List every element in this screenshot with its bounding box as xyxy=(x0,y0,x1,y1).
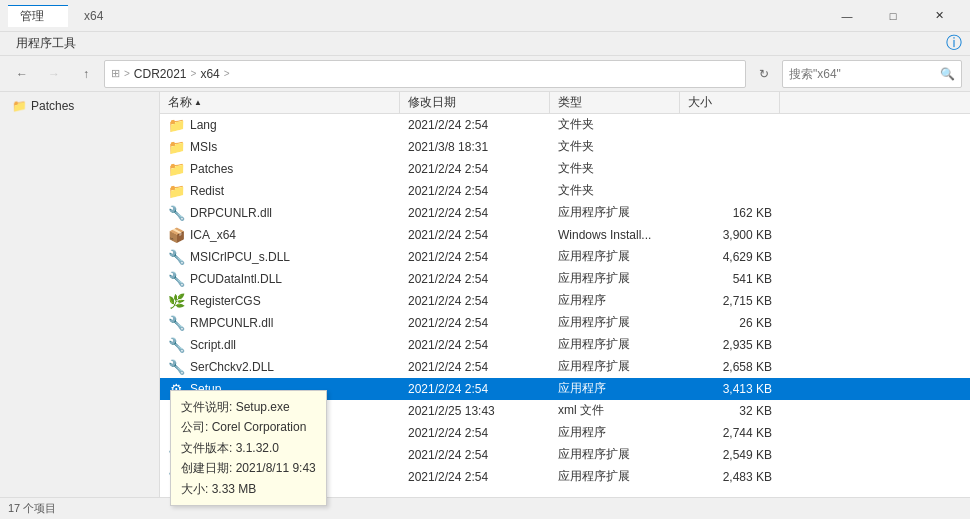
table-row[interactable]: 📦 ICA_x64 2021/2/24 2:54 Windows Install… xyxy=(160,224,970,246)
search-input[interactable] xyxy=(789,67,940,81)
table-row[interactable]: 🔧 MSICrlPCU_s.DLL 2021/2/24 2:54 应用程序扩展 … xyxy=(160,246,970,268)
back-button[interactable]: ← xyxy=(8,60,36,88)
folder-icon: 📁 xyxy=(168,161,184,177)
file-type-cell: 文件夹 xyxy=(550,114,680,135)
column-headers: 名称 ▲ 修改日期 类型 大小 xyxy=(160,92,970,114)
file-size-cell: 2,744 KB xyxy=(680,422,780,443)
file-size-cell: 26 KB xyxy=(680,312,780,333)
file-size-cell: 2,715 KB xyxy=(680,290,780,311)
sidebar-item-patches[interactable]: 📁 Patches xyxy=(0,96,159,116)
up-button[interactable]: ↑ xyxy=(72,60,100,88)
file-size-cell xyxy=(680,136,780,157)
table-row[interactable]: 🔧 SerChckv2.DLL 2021/2/24 2:54 应用程序扩展 2,… xyxy=(160,356,970,378)
exe-icon: ⚙ xyxy=(168,381,184,397)
table-row[interactable]: ⚙ SetupARP 2021/2/24 2:54 应用程序 2,744 KB xyxy=(160,422,970,444)
breadcrumb-cdr2021[interactable]: CDR2021 xyxy=(134,67,187,81)
file-size-cell: 541 KB xyxy=(680,268,780,289)
col-header-date[interactable]: 修改日期 xyxy=(400,92,550,113)
cgs-icon: 🌿 xyxy=(168,293,184,309)
table-row[interactable]: 🔧 SetupXML.dll 2021/2/24 2:54 应用程序扩展 2,5… xyxy=(160,444,970,466)
file-name-cell: 🌿 RegisterCGS xyxy=(160,290,400,311)
search-bar[interactable]: 🔍 xyxy=(782,60,962,88)
file-type-cell: xml 文件 xyxy=(550,400,680,421)
main-area: 📁 Patches 名称 ▲ 修改日期 类型 大小 📁 Lang 2021/2/… xyxy=(0,92,970,497)
file-date-cell: 2021/2/24 2:54 xyxy=(400,246,550,267)
dll-icon: 🔧 xyxy=(168,249,184,265)
file-name-cell: 📁 Patches xyxy=(160,158,400,179)
folder-icon: 📁 xyxy=(168,183,184,199)
xml-icon: 📄 xyxy=(168,403,184,419)
table-row[interactable]: 🔧 tBar7.dll 2021/2/24 2:54 应用程序扩展 2,483 … xyxy=(160,466,970,488)
file-name-cell: 🔧 SerChckv2.DLL xyxy=(160,356,400,377)
file-type-cell: 应用程序扩展 xyxy=(550,466,680,487)
file-name-cell: 🔧 RMPCUNLR.dll xyxy=(160,312,400,333)
maximize-button[interactable]: □ xyxy=(870,0,916,32)
file-type-cell: 应用程序扩展 xyxy=(550,246,680,267)
title-tab-manage[interactable]: 管理 xyxy=(8,5,68,27)
dll-icon: 🔧 xyxy=(168,205,184,221)
file-size-cell xyxy=(680,158,780,179)
table-row[interactable]: 📁 Redist 2021/2/24 2:54 文件夹 xyxy=(160,180,970,202)
file-type-cell: 文件夹 xyxy=(550,136,680,157)
folder-icon: 📁 xyxy=(168,117,184,133)
col-header-size[interactable]: 大小 xyxy=(680,92,780,113)
table-row[interactable]: 📁 MSIs 2021/3/8 18:31 文件夹 xyxy=(160,136,970,158)
col-header-type[interactable]: 类型 xyxy=(550,92,680,113)
file-type-cell: 应用程序扩展 xyxy=(550,444,680,465)
address-bar: ← → ↑ ⊞ > CDR2021 > x64 > ↻ 🔍 xyxy=(0,56,970,92)
menu-tools[interactable]: 用程序工具 xyxy=(8,33,84,54)
file-name-cell: 🔧 PCUDataIntl.DLL xyxy=(160,268,400,289)
search-icon[interactable]: 🔍 xyxy=(940,67,955,81)
file-date-cell: 2021/2/24 2:54 xyxy=(400,158,550,179)
file-name-cell: 🔧 SetupXML.dll xyxy=(160,444,400,465)
dll-icon: 🔧 xyxy=(168,359,184,375)
file-name-cell: 🔧 DRPCUNLR.dll xyxy=(160,202,400,223)
file-name-cell: 📁 Redist xyxy=(160,180,400,201)
table-row[interactable]: ⚙ Setup 2021/2/24 2:54 应用程序 3,413 KB xyxy=(160,378,970,400)
file-type-cell: 文件夹 xyxy=(550,180,680,201)
title-tab-x64[interactable]: x64 xyxy=(76,7,136,25)
file-type-cell: 应用程序 xyxy=(550,290,680,311)
file-size-cell: 2,658 KB xyxy=(680,356,780,377)
file-type-cell: Windows Install... xyxy=(550,224,680,245)
refresh-button[interactable]: ↻ xyxy=(750,60,778,88)
file-date-cell: 2021/2/24 2:54 xyxy=(400,268,550,289)
table-row[interactable]: 📁 Patches 2021/2/24 2:54 文件夹 xyxy=(160,158,970,180)
sidebar: 📁 Patches xyxy=(0,92,160,497)
file-name-cell: 🔧 tBar7.dll xyxy=(160,466,400,487)
file-date-cell: 2021/3/8 18:31 xyxy=(400,136,550,157)
file-name-cell: ⚙ Setup xyxy=(160,378,400,399)
file-name-cell: 🔧 MSICrlPCU_s.DLL xyxy=(160,246,400,267)
file-date-cell: 2021/2/24 2:54 xyxy=(400,444,550,465)
breadcrumb-bar[interactable]: ⊞ > CDR2021 > x64 > xyxy=(104,60,746,88)
file-type-cell: 应用程序扩展 xyxy=(550,356,680,377)
title-bar: 管理 x64 — □ ✕ xyxy=(0,0,970,32)
close-button[interactable]: ✕ xyxy=(916,0,962,32)
file-date-cell: 2021/2/24 2:54 xyxy=(400,422,550,443)
file-date-cell: 2021/2/24 2:54 xyxy=(400,334,550,355)
table-row[interactable]: 🔧 Script.dll 2021/2/24 2:54 应用程序扩展 2,935… xyxy=(160,334,970,356)
forward-button[interactable]: → xyxy=(40,60,68,88)
file-type-cell: 应用程序 xyxy=(550,378,680,399)
file-name-cell: 🔧 Script.dll xyxy=(160,334,400,355)
file-size-cell xyxy=(680,180,780,201)
col-header-name[interactable]: 名称 ▲ xyxy=(160,92,400,113)
table-row[interactable]: 🔧 PCUDataIntl.DLL 2021/2/24 2:54 应用程序扩展 … xyxy=(160,268,970,290)
table-row[interactable]: 🌿 RegisterCGS 2021/2/24 2:54 应用程序 2,715 … xyxy=(160,290,970,312)
table-row[interactable]: 🔧 DRPCUNLR.dll 2021/2/24 2:54 应用程序扩展 162… xyxy=(160,202,970,224)
file-date-cell: 2021/2/24 2:54 xyxy=(400,312,550,333)
file-name-cell: 📄 Setup xyxy=(160,400,400,421)
breadcrumb-x64[interactable]: x64 xyxy=(200,67,219,81)
table-row[interactable]: 📁 Lang 2021/2/24 2:54 文件夹 xyxy=(160,114,970,136)
folder-icon: 📁 xyxy=(168,139,184,155)
file-type-cell: 应用程序扩展 xyxy=(550,268,680,289)
file-size-cell xyxy=(680,114,780,135)
info-icon[interactable]: ⓘ xyxy=(946,33,962,54)
file-size-cell: 4,629 KB xyxy=(680,246,780,267)
table-row[interactable]: 🔧 RMPCUNLR.dll 2021/2/24 2:54 应用程序扩展 26 … xyxy=(160,312,970,334)
table-row[interactable]: 📄 Setup 2021/2/25 13:43 xml 文件 32 KB xyxy=(160,400,970,422)
file-type-cell: 应用程序扩展 xyxy=(550,312,680,333)
dll-icon: 🔧 xyxy=(168,447,184,463)
breadcrumb-root[interactable]: ⊞ xyxy=(111,67,120,80)
minimize-button[interactable]: — xyxy=(824,0,870,32)
